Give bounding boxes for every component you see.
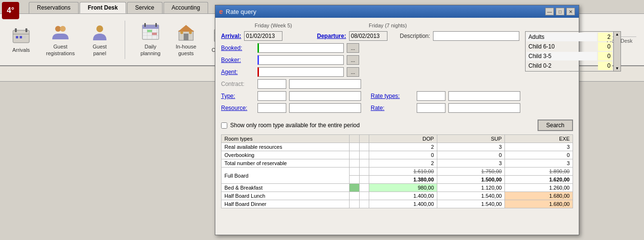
- type-input-2[interactable]: [289, 91, 361, 101]
- table-row: Half Board Lunch 1.400,00 1.540,00 1.680…: [222, 192, 573, 200]
- right-col: Rate types: Rate:: [371, 91, 520, 115]
- scroll-down-arrow[interactable]: ▼: [615, 66, 619, 71]
- c2-cell: [359, 159, 369, 168]
- booked-dots-button[interactable]: ...: [347, 43, 359, 53]
- rate-types-label[interactable]: Rate types:: [371, 93, 414, 99]
- arrival-week-label: Friday (Week 5): [255, 23, 292, 28]
- col-c1: [350, 135, 359, 143]
- guest-panel-icon: [90, 23, 109, 42]
- date-header-row: Friday (Week 5) Friday (7 nights): [221, 23, 573, 28]
- child35-value[interactable]: 0: [598, 52, 612, 60]
- contract-input-1[interactable]: [258, 79, 286, 89]
- c2-cell: [359, 168, 369, 176]
- rate-types-input-2[interactable]: [448, 91, 520, 101]
- ribbon-daily-planning[interactable]: Dailyplanning: [137, 21, 164, 58]
- arrival-row: Arrival: Departure: Description:: [221, 31, 520, 41]
- results-header-row: Room types DOP SUP EXE: [222, 135, 573, 143]
- contract-input-2[interactable]: [289, 79, 361, 89]
- arrival-label[interactable]: Arrival:: [221, 33, 241, 39]
- resource-input-1[interactable]: [258, 103, 286, 113]
- dialog-title-text: Rate query: [226, 8, 257, 15]
- tab-reservations[interactable]: Reservations: [29, 2, 79, 13]
- tab-frontdesk[interactable]: Front Desk: [80, 2, 126, 13]
- col-room-types: Room types: [222, 135, 350, 143]
- rate-input-2[interactable]: [448, 103, 520, 113]
- contract-label: Contract:: [221, 81, 255, 87]
- resource-input-2[interactable]: [289, 103, 361, 113]
- dop-bold-cell: 1.380,00: [369, 176, 437, 184]
- dop-strike-cell: 1.610,00: [369, 168, 437, 176]
- resource-label[interactable]: Resource:: [221, 105, 255, 111]
- results-tbody: Real available resources 2 3 3 Overbooki…: [222, 143, 573, 208]
- guests-scrollbar[interactable]: ▲ ▼: [613, 32, 621, 71]
- arrivals-icon: [12, 26, 31, 45]
- sup-cell: 3: [437, 143, 505, 151]
- child02-value[interactable]: 0: [598, 61, 612, 70]
- exe-cell: 3: [505, 159, 573, 168]
- svg-rect-20: [152, 33, 157, 35]
- booker-input[interactable]: [258, 55, 344, 65]
- svg-rect-12: [144, 23, 146, 27]
- c1-cell: [350, 168, 359, 176]
- maximize-button[interactable]: □: [556, 8, 564, 15]
- period-checkbox[interactable]: [221, 122, 227, 129]
- close-button[interactable]: ✕: [566, 8, 575, 15]
- description-input[interactable]: [433, 31, 519, 41]
- agent-dots-button[interactable]: ...: [347, 67, 359, 77]
- booker-dots-button[interactable]: ...: [347, 55, 359, 65]
- arrival-input[interactable]: [244, 31, 282, 41]
- minimize-button[interactable]: —: [545, 8, 554, 15]
- ribbon-arrivals[interactable]: Arrivals: [8, 24, 35, 55]
- guest-row-child35: Child 3-5 0: [527, 52, 612, 60]
- exe-cell: 1.260,00: [505, 184, 573, 192]
- exe-strike-cell: 1.890,00: [505, 168, 573, 176]
- ribbon-guest-panel[interactable]: Guestpanel: [86, 21, 113, 58]
- c1-cell: [350, 176, 359, 184]
- agent-row: Agent: ...: [221, 67, 520, 77]
- svg-rect-19: [147, 30, 152, 32]
- exe-orange-cell: 1.680,00: [505, 192, 573, 200]
- table-row: Half Board Dinner 1.400,00 1.540,00 1.68…: [222, 200, 573, 208]
- departure-input[interactable]: [349, 31, 387, 41]
- sup-strike-cell: 1.750,00: [437, 168, 505, 176]
- resource-row: Resource:: [221, 103, 361, 113]
- full-board-cell: Full Board: [222, 168, 350, 184]
- dialog-controls: — □ ✕: [545, 8, 575, 15]
- child02-label: Child 0-2: [527, 61, 597, 70]
- arrivals-label: Arrivals: [12, 47, 30, 53]
- agent-input[interactable]: [258, 67, 344, 77]
- dop-cell: 1.400,00: [369, 192, 437, 200]
- exe-bold-cell: 1.620,00: [505, 176, 573, 184]
- adults-value[interactable]: 2: [598, 33, 612, 41]
- search-button[interactable]: Search: [538, 120, 573, 131]
- col-c2: [359, 135, 369, 143]
- child35-label: Child 3-5: [527, 52, 597, 60]
- tab-accounting[interactable]: Accounting: [164, 2, 208, 13]
- results-thead: Room types DOP SUP EXE: [222, 135, 573, 143]
- rate-label[interactable]: Rate:: [371, 105, 414, 111]
- inhouse-icon: [176, 23, 196, 42]
- type-label[interactable]: Type:: [221, 93, 255, 99]
- scroll-up-arrow[interactable]: ▲: [615, 32, 619, 36]
- departure-label[interactable]: Departure:: [317, 33, 346, 39]
- tab-service[interactable]: Service: [127, 2, 163, 13]
- c1-cell: [350, 143, 359, 151]
- booker-row: Booker: ...: [221, 55, 520, 65]
- booked-label[interactable]: Booked:: [221, 45, 255, 51]
- agent-label[interactable]: Agent:: [221, 69, 255, 75]
- type-input-1[interactable]: [258, 91, 286, 101]
- c1-green-cell: [350, 184, 359, 192]
- departure-section: Friday (7 nights): [369, 23, 407, 28]
- dop-green-cell: 980,00: [369, 184, 437, 192]
- ribbon-inhouse[interactable]: In-houseguests: [172, 21, 200, 58]
- booker-label[interactable]: Booker:: [221, 57, 255, 63]
- child610-value[interactable]: 0: [598, 42, 612, 51]
- form-section: Arrival: Departure: Description: Booked:…: [221, 31, 520, 115]
- description-label: Description:: [400, 33, 430, 39]
- dialog-title-area: e Rate query: [219, 8, 256, 15]
- ribbon-guest-registrations[interactable]: Guestregistrations: [42, 21, 79, 58]
- booked-input[interactable]: [258, 43, 344, 53]
- rate-types-input-1[interactable]: [417, 91, 445, 101]
- rate-input-1[interactable]: [417, 103, 445, 113]
- child610-label: Child 6-10: [527, 42, 597, 51]
